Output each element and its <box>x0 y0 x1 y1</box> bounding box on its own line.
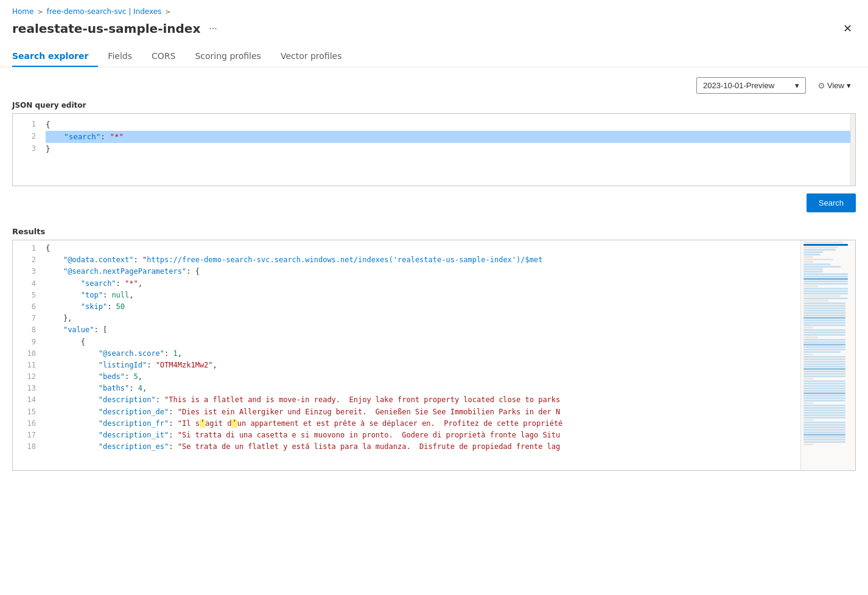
result-line-16: 16 "description_fr": "Il s’agit d’un app… <box>13 418 800 430</box>
editor-scrollbar[interactable] <box>850 114 855 186</box>
close-button[interactable]: ✕ <box>839 21 856 37</box>
odata-context-link[interactable]: https://free-demo-search-svc.search.wind… <box>147 256 542 264</box>
tab-fields[interactable]: Fields <box>98 46 142 67</box>
api-version-dropdown[interactable]: 2023-10-01-Preview ▾ <box>696 77 806 94</box>
result-line-6: 6 "skip": 50 <box>13 301 800 313</box>
ellipsis-button[interactable]: ··· <box>205 22 220 35</box>
results-editor: 1 { 2 "@odata.context": "https://free-de… <box>12 240 856 471</box>
results-minimap <box>800 240 855 470</box>
editor-line-3: 3 } <box>13 143 855 155</box>
editor-label: JSON query editor <box>12 101 856 110</box>
breadcrumb-sep2: > <box>165 8 170 16</box>
result-line-11: 11 "listingId": "OTM4Mzk1Mw2", <box>13 360 800 371</box>
result-line-5: 5 "top": null, <box>13 290 800 301</box>
result-line-17: 17 "description_it": "Si tratta di una c… <box>13 430 800 441</box>
view-button[interactable]: ⊙ View ▾ <box>813 78 856 93</box>
breadcrumb: Home > free-demo-search-svc | Indexes > <box>12 7 856 16</box>
result-line-9: 9 { <box>13 336 800 348</box>
result-line-1: 1 { <box>13 243 800 254</box>
result-line-2: 2 "@odata.context": "https://free-demo-s… <box>13 254 800 266</box>
search-button[interactable]: Search <box>807 193 856 212</box>
editor-line-1: 1 { <box>13 119 855 131</box>
editor-line-2: 2 "search": "*" <box>13 131 855 143</box>
view-label: View <box>827 81 844 90</box>
api-version-label: 2023-10-01-Preview <box>703 81 774 90</box>
results-label: Results <box>12 227 856 236</box>
results-lines: 1 { 2 "@odata.context": "https://free-de… <box>13 240 800 470</box>
result-line-8: 8 "value": [ <box>13 324 800 336</box>
toolbar: 2023-10-01-Preview ▾ ⊙ View ▾ <box>12 77 856 94</box>
result-line-14: 14 "description": "This is a flatlet and… <box>13 394 800 406</box>
result-line-18: 18 "description_es": "Se trata de un fla… <box>13 441 800 453</box>
breadcrumb-home[interactable]: Home <box>12 7 33 16</box>
result-line-12: 12 "beds": 5, <box>13 371 800 383</box>
tab-cors[interactable]: CORS <box>142 46 185 67</box>
chevron-view-icon: ▾ <box>847 81 851 90</box>
result-line-15: 15 "description_de": "Dies ist ein Aller… <box>13 406 800 418</box>
result-line-13: 13 "baths": 4, <box>13 383 800 394</box>
result-line-3: 3 "@search.nextPageParameters": { <box>13 266 800 277</box>
chevron-down-icon: ▾ <box>795 81 799 90</box>
result-line-4: 4 "search": "*", <box>13 278 800 290</box>
tab-vector-profiles[interactable]: Vector profiles <box>271 46 352 67</box>
page-title: realestate-us-sample-index <box>12 21 200 36</box>
json-query-editor[interactable]: 1 { 2 "search": "*" 3 } <box>12 113 856 186</box>
tab-scoring-profiles[interactable]: Scoring profiles <box>185 46 271 67</box>
tab-search-explorer[interactable]: Search explorer <box>12 46 98 67</box>
result-line-10: 10 "@search.score": 1, <box>13 348 800 360</box>
eye-icon: ⊙ <box>818 81 825 90</box>
result-line-7: 7 }, <box>13 313 800 324</box>
breadcrumb-sep1: > <box>37 8 43 16</box>
tabs-nav: Search explorer Fields CORS Scoring prof… <box>12 46 856 67</box>
breadcrumb-service[interactable]: free-demo-search-svc | Indexes <box>47 7 162 16</box>
